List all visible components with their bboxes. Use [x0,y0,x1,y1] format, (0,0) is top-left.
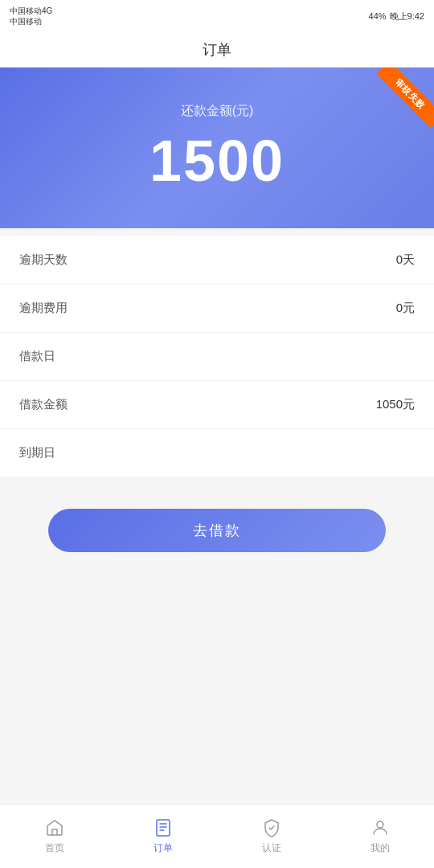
carrier-info: 中国移动4G 中国移动 [10,6,52,27]
nav-mine-label: 我的 [371,841,390,855]
status-right: 44% 晚上9:42 [369,10,424,23]
detail-row-overdue-fee: 逾期费用 0元 [0,285,434,333]
ribbon-text: 审核失败 [376,68,434,129]
hero-card: 审核失败 还款金额(元) 1500 [0,68,434,228]
nav-item-order[interactable]: 订单 [108,817,217,855]
battery-label: 44% [369,11,387,21]
detail-row-loan-date: 借款日 [0,333,434,381]
page-title: 订单 [203,40,231,59]
detail-row-loan-amount: 借款金额 1050元 [0,381,434,429]
details-list: 逾期天数 0天 逾期费用 0元 借款日 借款金额 1050元 到期日 [0,236,434,477]
order-icon [153,817,174,838]
nav-home-label: 首页 [45,841,64,855]
loan-date-label: 借款日 [19,349,55,364]
svg-rect-0 [157,820,170,836]
repayment-label: 还款金额(元) [181,103,254,120]
nav-item-home[interactable]: 首页 [0,817,108,855]
nav-item-mine[interactable]: 我的 [326,817,434,855]
repayment-amount: 1500 [149,128,285,194]
overdue-days-label: 逾期天数 [19,252,68,268]
nav-auth-label: 认证 [262,841,281,855]
overdue-fee-label: 逾期费用 [19,301,68,316]
due-date-label: 到期日 [19,445,55,461]
carrier1-label: 中国移动4G [10,6,52,16]
ribbon: 审核失败 [362,68,434,140]
nav-order-label: 订单 [154,841,173,855]
home-icon [44,817,65,838]
carrier2-label: 中国移动 [10,16,52,27]
action-area: 去借款 [0,477,434,568]
auth-icon [261,817,282,838]
overdue-days-value: 0天 [396,252,415,268]
nav-item-auth[interactable]: 认证 [217,817,326,855]
bottom-nav: 首页 订单 认证 我的 [0,804,434,868]
time-label: 晚上9:42 [390,10,424,23]
borrow-button[interactable]: 去借款 [48,509,386,552]
loan-amount-value: 1050元 [376,397,415,412]
mine-icon [370,817,391,838]
header: 订单 [0,32,434,68]
detail-row-overdue-days: 逾期天数 0天 [0,236,434,285]
status-bar: 中国移动4G 中国移动 44% 晚上9:42 [0,0,434,32]
svg-point-1 [377,821,383,828]
overdue-fee-value: 0元 [396,301,415,316]
loan-amount-label: 借款金额 [19,397,68,412]
detail-row-due-date: 到期日 [0,429,434,477]
